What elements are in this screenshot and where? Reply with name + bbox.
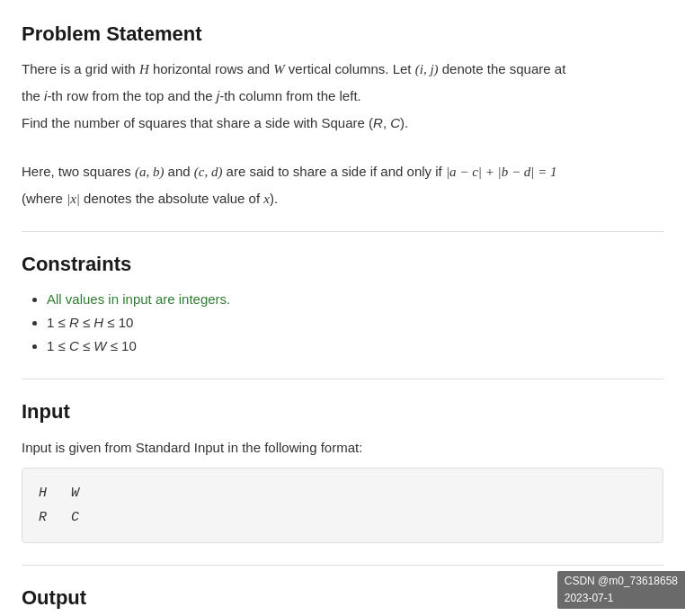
- problem-line5: (where |x| denotes the absolute value of…: [22, 188, 663, 210]
- input-code-block: H W R C: [22, 468, 663, 543]
- divider-3: [22, 565, 663, 566]
- math-cd: (c, d): [194, 165, 223, 179]
- math-ab: (a, b): [135, 165, 165, 179]
- math-abs-x: |x|: [67, 192, 80, 206]
- problem-statement-heading: Problem Statement: [22, 18, 663, 49]
- math-ij: (i, j): [415, 62, 439, 76]
- constraints-list: All values in input are integers. 1 ≤ R …: [22, 289, 663, 357]
- constraint-text-3: 1 ≤ C ≤ W ≤ 10: [47, 338, 137, 353]
- math-x: x: [263, 192, 270, 206]
- constraints-heading: Constraints: [22, 248, 663, 280]
- constraint-text-2: 1 ≤ R ≤ H ≤ 10: [47, 315, 133, 330]
- input-heading: Input: [22, 396, 663, 427]
- divider-1: [22, 231, 663, 232]
- input-code-line2: R C: [39, 505, 646, 530]
- math-formula: |a − c| + |b − d| = 1: [446, 165, 557, 179]
- input-code-line1: H W: [39, 481, 646, 505]
- constraint-item-1: All values in input are integers.: [47, 289, 663, 310]
- watermark-line2: 2023-07-1: [565, 590, 678, 607]
- constraint-item-3: 1 ≤ C ≤ W ≤ 10: [47, 335, 663, 357]
- math-W: W: [273, 62, 285, 76]
- input-description: Input is given from Standard Input in th…: [22, 437, 663, 459]
- watermark-line1: CSDN @m0_73618658: [565, 573, 678, 590]
- watermark: CSDN @m0_73618658 2023-07-1: [557, 571, 685, 609]
- math-H: H: [139, 62, 149, 76]
- problem-line3: Find the number of squares that share a …: [22, 112, 663, 134]
- constraint-item-2: 1 ≤ R ≤ H ≤ 10: [47, 312, 663, 334]
- input-section: Input Input is given from Standard Input…: [22, 396, 663, 542]
- problem-statement-section: Problem Statement There is a grid with H…: [22, 18, 663, 210]
- constraints-section: Constraints All values in input are inte…: [22, 248, 663, 357]
- problem-line4: Here, two squares (a, b) and (c, d) are …: [22, 161, 663, 183]
- constraint-text-1: All values in input are integers.: [47, 291, 230, 307]
- problem-line2: the i-th row from the top and the j-th c…: [22, 85, 663, 107]
- divider-2: [22, 379, 663, 379]
- problem-line1: There is a grid with H horizontal rows a…: [22, 58, 663, 80]
